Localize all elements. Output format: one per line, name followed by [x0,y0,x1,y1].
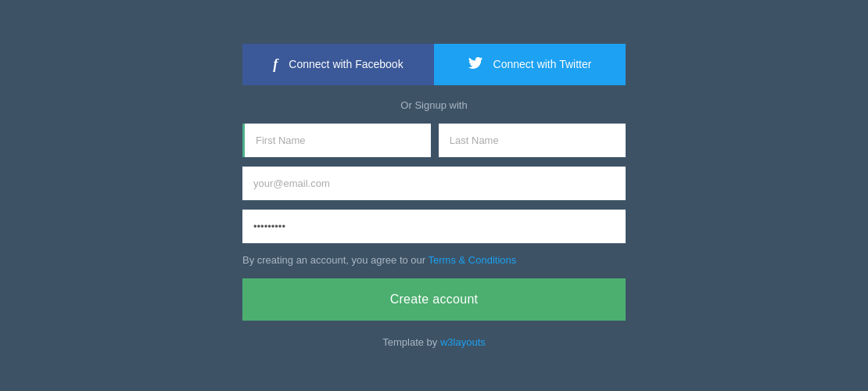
twitter-button-label: Connect with Twitter [493,58,592,70]
terms-conditions-link[interactable]: Terms & Conditions [429,254,517,266]
first-name-input[interactable] [242,124,431,157]
terms-text: By creating an account, you agree to our… [242,254,626,266]
footer-prefix: Template by [382,336,440,348]
connect-facebook-button[interactable]: f Connect with Facebook [242,44,434,85]
password-wrapper [242,210,626,243]
facebook-icon: f [273,56,278,73]
footer-link[interactable]: w3layouts [440,336,486,348]
footer-text: Template by w3layouts [382,336,486,348]
password-input[interactable] [242,210,626,243]
facebook-button-label: Connect with Facebook [289,58,403,70]
email-wrapper [242,167,626,200]
terms-prefix: By creating an account, you agree to our [242,254,429,266]
social-buttons-row: f Connect with Facebook Connect with Twi… [242,44,626,85]
twitter-icon [468,56,482,73]
connect-twitter-button[interactable]: Connect with Twitter [434,44,626,85]
name-row [242,124,626,157]
or-signup-text: Or Signup with [400,99,467,111]
signup-form-container: f Connect with Facebook Connect with Twi… [242,44,626,348]
create-account-button[interactable]: Create account [242,278,626,321]
last-name-input[interactable] [439,124,626,157]
email-input[interactable] [242,167,626,200]
